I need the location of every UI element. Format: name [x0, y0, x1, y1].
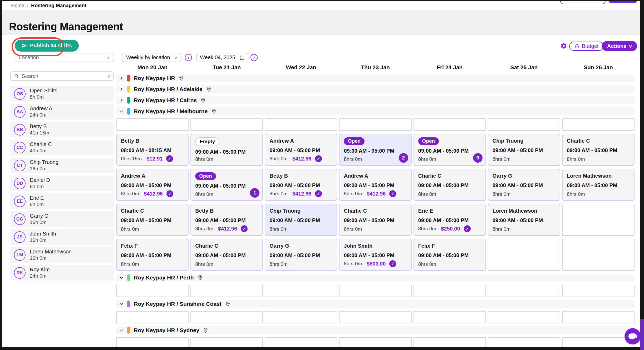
shift-cost: $412.96 — [218, 226, 237, 232]
shift-cell[interactable]: ✓ — [562, 118, 635, 131]
shift-employee-name: John Smith — [344, 243, 372, 249]
next-week-button[interactable]: › — [250, 54, 258, 61]
employee-list-item[interactable]: OS Open Shifts 8h 0m — [10, 86, 114, 102]
employee-list-item[interactable]: JS John Smith 16h 0m — [10, 229, 114, 245]
shift-cell[interactable]: ✓ — [116, 337, 189, 347]
shift-meta-line: 8hrs 0m ✓ — [567, 191, 630, 197]
shift-meta-line: 0hrs 15m $12.91 ✓ — [121, 155, 184, 162]
shift-time-range: 09:00 AM - 05:00 PM — [195, 252, 258, 258]
chat-launcher-button[interactable] — [625, 328, 641, 344]
shift-cell[interactable]: ✓ — [339, 311, 411, 323]
shift-cell[interactable]: ✓ — [562, 285, 635, 297]
shift-cell[interactable]: ✓ — [265, 311, 337, 323]
shift-row: ✓ ✓ — [116, 337, 635, 347]
shift-cell[interactable]: Loren Mathewson 09:00 AM - 05:00 PM 8hrs… — [562, 169, 635, 201]
shift-cell[interactable]: Andrew A 09:00 AM - 05:00 PM 8hrs 0m $41… — [339, 169, 411, 201]
publish-shifts-button[interactable]: Publish 34 shifts — [15, 40, 79, 52]
employee-list-item[interactable]: RK Roy Kim 24h 0m — [10, 265, 114, 281]
settings-gear-icon[interactable] — [560, 42, 567, 49]
shift-cell[interactable]: ✓ — [339, 337, 411, 347]
shift-cell[interactable]: Chip Truong 09:00 AM - 05:00 PM 8hrs 0m … — [265, 204, 337, 236]
location-group-bar[interactable]: Roy Keypay HR / Sunshine Coast — [116, 300, 635, 308]
shift-cell[interactable]: ✓ — [116, 311, 189, 323]
shift-cell[interactable]: ✓ — [488, 311, 560, 323]
shift-cell[interactable]: ✓ — [488, 285, 560, 297]
shift-cell[interactable]: Eric E 09:00 AM - 05:00 PM 8hrs 0m $250.… — [414, 204, 486, 236]
shift-cell[interactable]: ✓ — [190, 337, 263, 347]
shift-cell[interactable]: Garry G 09:00 AM - 05:00 PM 8hrs 0m ✓ — [488, 169, 560, 201]
shift-cell[interactable]: Empty 09:00 AM - 05:00 PM 8hrs 0m ✓ — [190, 134, 263, 166]
shift-cell[interactable]: ✓ — [116, 285, 189, 297]
shift-cell[interactable]: ✓ — [414, 118, 486, 131]
employee-list-item[interactable]: EE Eric E 8h 0m — [10, 193, 114, 209]
employee-list-item[interactable]: CT Chip Truong 16h 0m — [10, 158, 114, 173]
location-group-bar[interactable]: Roy Keypay HR / Cairns — [116, 96, 635, 104]
view-mode-select[interactable]: Weekly by location ∨ — [122, 53, 181, 62]
header-cutoff-button-filled[interactable] — [608, 1, 637, 3]
shift-cell[interactable]: ✓ — [116, 118, 189, 131]
location-group-bar[interactable]: Roy Keypay HR / Adelaide — [116, 85, 635, 93]
shift-cell[interactable]: Felix F 09:00 AM - 05:00 PM 8hrs 0m ✓ — [116, 239, 189, 271]
header-cutoff-button-outline[interactable] — [560, 1, 606, 4]
location-group-bar[interactable]: Roy Keypay HR — [116, 74, 635, 82]
week-picker[interactable]: Week 04, 2025 — [196, 53, 248, 62]
shift-cell[interactable]: ✓ — [190, 118, 263, 131]
employee-list-item[interactable]: CC Charlie C 40h 0m — [10, 140, 114, 155]
actions-button[interactable]: Actions ∨ — [602, 41, 637, 51]
shift-cell[interactable]: ✓ — [414, 285, 486, 297]
employee-list-item[interactable]: AA Andrew A 24h 0m — [10, 104, 114, 119]
shift-cell[interactable]: ✓ — [562, 311, 635, 323]
shift-cell[interactable]: Loren Mathewson 09:00 AM - 05:00 PM 8hrs… — [488, 204, 560, 236]
shift-cell[interactable]: Betty B 09:00 AM - 05:00 PM 8hrs 0m $412… — [190, 204, 263, 236]
shift-cell[interactable]: Charlie C 09:00 AM - 05:00 PM 8hrs 0m ✓ — [190, 239, 263, 271]
shift-cell[interactable]: Open 09:00 AM - 05:00 PM 8hrs 0m ✓ 9 — [414, 134, 486, 166]
shift-cell[interactable]: John Smith 09:00 AM - 05:00 PM 8hrs 0m $… — [339, 239, 411, 271]
shift-cell[interactable]: Andrew A 09:00 AM - 05:00 PM 8hrs 0m $41… — [116, 169, 189, 201]
shift-cell[interactable]: Charlie C 09:00 AM - 05:00 PM 8hrs 0m ✓ — [562, 134, 635, 166]
day-header: Mon 20 Jan — [116, 64, 189, 71]
employee-list-item[interactable]: DD Daniel D 8h 0m — [10, 176, 114, 191]
shift-header-line: Felix F — [121, 242, 184, 249]
shift-cell[interactable]: ✓ — [562, 204, 635, 236]
employee-search-input[interactable]: Search ∨ — [10, 71, 114, 81]
location-group-bar[interactable]: Roy Keypay HR / Melbourne — [116, 107, 635, 115]
shift-cell[interactable]: Charlie C 09:00 AM - 05:00 PM 8hrs 0m ✓ — [116, 204, 189, 236]
location-filter-select[interactable]: Location ∨ — [15, 53, 114, 62]
shift-cell[interactable]: ✓ — [488, 337, 560, 347]
employee-list-item[interactable]: LM Loren Mathewson 16h 0m — [10, 247, 114, 263]
shift-time-range: 09:00 AM - 05:00 PM — [344, 217, 407, 223]
employee-list-item[interactable]: GG Garry G 16h 0m — [10, 211, 114, 227]
shift-cell[interactable]: Open 09:00 AM - 05:00 PM 8hrs 0m ✓ 2 — [339, 134, 411, 166]
shift-cell[interactable]: Andrew A 09:00 AM - 05:00 PM 8hrs 0m $41… — [265, 134, 337, 166]
shift-cell[interactable]: Betty B 08:00 AM - 08:15 AM 0hrs 15m $12… — [116, 134, 189, 166]
shift-cell[interactable]: ✓ — [339, 118, 411, 131]
shift-cell[interactable]: ✓ — [265, 118, 337, 131]
shift-employee-name: Chip Truong — [493, 138, 524, 144]
shift-cell[interactable]: Betty B 09:00 AM - 05:00 PM 8hrs 0m $412… — [265, 169, 337, 201]
shift-cell[interactable]: Open 09:00 AM - 05:00 PM 8hrs 0m ✓ 1 — [190, 169, 263, 201]
shift-cell[interactable]: ✓ — [414, 337, 486, 347]
shift-cell[interactable]: Garry G 09:00 AM - 05:00 PM 8hrs 0m ✓ — [265, 239, 337, 271]
budget-button[interactable]: $ Budget — [569, 42, 604, 51]
previous-week-button[interactable]: ‹ — [185, 54, 192, 61]
shift-cell[interactable]: ✓ — [488, 239, 560, 271]
location-group-bar[interactable]: Roy Keypay HR / Perth — [116, 274, 635, 282]
shift-time-range: 09:00 AM - 05:00 PM — [493, 217, 555, 223]
shift-cell[interactable]: Felix F 09:00 AM - 05:00 PM 8hrs 0m ✓ — [414, 239, 486, 271]
shift-cell[interactable]: ✓ — [488, 118, 560, 131]
shift-cell[interactable]: ✓ — [190, 285, 263, 297]
shift-cell[interactable]: ✓ — [414, 311, 486, 323]
location-group-bar[interactable]: Roy Keypay HR / Sydney — [116, 326, 635, 334]
shift-cell[interactable]: ✓ — [562, 239, 635, 271]
breadcrumb-home-link[interactable]: Home — [11, 3, 24, 8]
shift-cell[interactable]: Charlie C 09:00 AM - 05:00 PM 8hrs 0m ✓ — [339, 204, 411, 236]
shift-cell[interactable]: Charlie C 09:00 AM - 05:00 PM 8hrs 0m ✓ — [414, 169, 486, 201]
shift-cell[interactable]: ✓ — [562, 337, 635, 347]
shift-cell[interactable]: ✓ — [339, 285, 411, 297]
employee-list-item[interactable]: BB Betty B 41h 15m — [10, 122, 114, 137]
shift-cell[interactable]: Chip Truong 09:00 AM - 05:00 PM 8hrs 0m … — [488, 134, 560, 166]
shift-cell[interactable]: ✓ — [265, 285, 337, 297]
shift-cell[interactable]: ✓ — [265, 337, 337, 347]
day-header-row: Mon 20 JanTue 21 JanWed 22 JanThu 23 Jan… — [116, 64, 635, 71]
shift-cell[interactable]: ✓ — [190, 311, 263, 323]
